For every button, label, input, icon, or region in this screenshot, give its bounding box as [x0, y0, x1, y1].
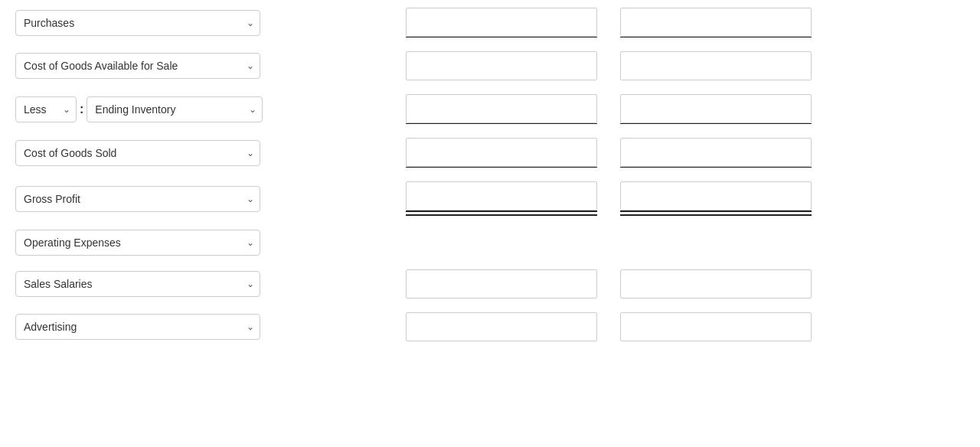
- cogs-sold-input-col1[interactable]: [406, 138, 597, 167]
- gross-profit-input-col2[interactable]: [620, 181, 812, 210]
- ending-inventory-input-col2[interactable]: [620, 94, 812, 123]
- ending-inventory-row: Less Add ⌄ : Ending Inventory ⌄: [15, 94, 965, 124]
- advertising-col1: [406, 312, 597, 341]
- sales-salaries-select-wrapper[interactable]: Sales Salaries ⌄: [15, 271, 260, 297]
- purchases-select[interactable]: Purchases: [15, 10, 260, 36]
- cogs-available-left: Cost of Goods Available for Sale ⌄: [15, 53, 406, 79]
- sales-salaries-input-col2[interactable]: [620, 269, 812, 299]
- colon-separator: :: [80, 103, 83, 116]
- gross-profit-input-col1[interactable]: [406, 181, 597, 210]
- sales-salaries-left: Sales Salaries ⌄: [15, 271, 406, 297]
- purchases-underline-col2: [620, 37, 812, 38]
- advertising-left: Advertising ⌄: [15, 314, 406, 340]
- cogs-sold-underline-col2: [620, 167, 812, 168]
- less-select[interactable]: Less Add: [15, 96, 77, 122]
- sales-salaries-col1: [406, 269, 597, 299]
- cogs-available-inputs: [406, 51, 812, 80]
- gross-profit-underline2-col2: [620, 214, 812, 216]
- gross-profit-select[interactable]: Gross Profit: [15, 186, 260, 212]
- cogs-sold-col2: [620, 138, 812, 168]
- gross-profit-inputs: [406, 181, 812, 216]
- purchases-inputs: [406, 8, 812, 38]
- purchases-underline-col1: [406, 37, 597, 38]
- purchases-input-col2[interactable]: [620, 8, 812, 37]
- cogs-sold-col1: [406, 138, 597, 168]
- gross-profit-underline1-col1: [406, 210, 597, 212]
- less-select-wrapper[interactable]: Less Add ⌄: [15, 96, 77, 122]
- advertising-row: Advertising ⌄: [15, 312, 965, 341]
- operating-expenses-select[interactable]: Operating Expenses: [15, 230, 260, 256]
- ending-inventory-col1: [406, 94, 597, 124]
- cogs-sold-select[interactable]: Cost of Goods Sold: [15, 140, 260, 166]
- cogs-sold-underline-col1: [406, 167, 597, 168]
- gross-profit-underline2-col1: [406, 214, 597, 216]
- cogs-available-input-col2[interactable]: [620, 51, 812, 80]
- ending-inventory-underline-col2: [620, 123, 812, 124]
- purchases-col1: [406, 8, 597, 38]
- cogs-sold-select-wrapper[interactable]: Cost of Goods Sold ⌄: [15, 140, 260, 166]
- sales-salaries-input-col1[interactable]: [406, 269, 597, 299]
- cogs-sold-left: Cost of Goods Sold ⌄: [15, 140, 406, 166]
- advertising-select[interactable]: Advertising: [15, 314, 260, 340]
- cogs-sold-row: Cost of Goods Sold ⌄: [15, 138, 965, 168]
- ending-inventory-select-wrapper[interactable]: Ending Inventory ⌄: [87, 96, 263, 122]
- advertising-col2: [620, 312, 812, 341]
- advertising-input-col2[interactable]: [620, 312, 812, 341]
- cogs-available-col2: [620, 51, 812, 80]
- gross-profit-row: Gross Profit ⌄: [15, 181, 965, 216]
- advertising-select-wrapper[interactable]: Advertising ⌄: [15, 314, 260, 340]
- gross-profit-col1: [406, 181, 597, 216]
- sales-salaries-col2: [620, 269, 812, 299]
- purchases-left: Purchases ⌄: [15, 10, 406, 36]
- gross-profit-select-wrapper[interactable]: Gross Profit ⌄: [15, 186, 260, 212]
- ending-inventory-select[interactable]: Ending Inventory: [87, 96, 263, 122]
- ending-inventory-underline-col1: [406, 123, 597, 124]
- cogs-available-select-wrapper[interactable]: Cost of Goods Available for Sale ⌄: [15, 53, 260, 79]
- purchases-input-col1[interactable]: [406, 8, 597, 37]
- ending-inventory-col2: [620, 94, 812, 124]
- operating-expenses-row: Operating Expenses ⌄: [15, 230, 965, 256]
- ending-inventory-input-col1[interactable]: [406, 94, 597, 123]
- purchases-select-wrapper[interactable]: Purchases ⌄: [15, 10, 260, 36]
- gross-profit-left: Gross Profit ⌄: [15, 186, 406, 212]
- purchases-col2: [620, 8, 812, 38]
- cogs-available-row: Cost of Goods Available for Sale ⌄: [15, 51, 965, 80]
- ending-inventory-inputs: [406, 94, 812, 124]
- cogs-available-input-col1[interactable]: [406, 51, 597, 80]
- ending-inventory-left: Less Add ⌄ : Ending Inventory ⌄: [15, 96, 406, 122]
- sales-salaries-inputs: [406, 269, 812, 299]
- cogs-sold-inputs: [406, 138, 812, 168]
- advertising-inputs: [406, 312, 812, 341]
- sales-salaries-select[interactable]: Sales Salaries: [15, 271, 260, 297]
- purchases-row: Purchases ⌄: [15, 8, 965, 38]
- operating-expenses-select-wrapper[interactable]: Operating Expenses ⌄: [15, 230, 260, 256]
- gross-profit-col2: [620, 181, 812, 216]
- advertising-input-col1[interactable]: [406, 312, 597, 341]
- sales-salaries-row: Sales Salaries ⌄: [15, 269, 965, 299]
- cogs-sold-input-col2[interactable]: [620, 138, 812, 167]
- operating-expenses-left: Operating Expenses ⌄: [15, 230, 406, 256]
- cogs-available-col1: [406, 51, 597, 80]
- cogs-available-select[interactable]: Cost of Goods Available for Sale: [15, 53, 260, 79]
- gross-profit-underline1-col2: [620, 210, 812, 212]
